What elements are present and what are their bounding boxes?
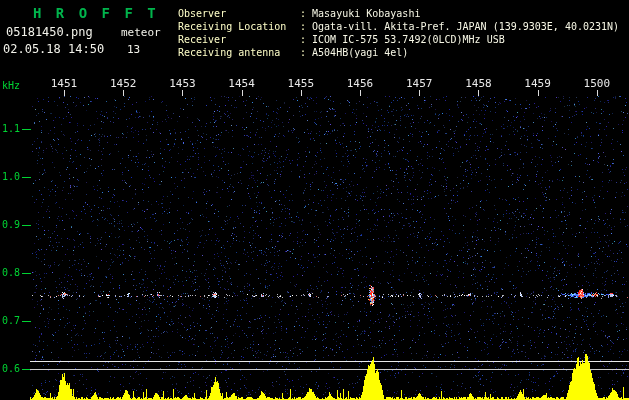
label-colon: : xyxy=(300,34,312,45)
spectrogram-canvas xyxy=(0,0,629,400)
time-tick-label: 1456 xyxy=(347,77,374,90)
info-value: Ogata-vill. Akita-Pref. JAPAN (139.9303E… xyxy=(312,21,619,32)
mode-label: meteor xyxy=(121,26,161,39)
station-info-row: Receiving antenna: A504HB(yagi 4el) xyxy=(178,46,619,59)
info-value: ICOM IC-575 53.7492(0LCD)MHz USB xyxy=(312,34,505,45)
freq-tick-label: 1.1 xyxy=(0,123,20,134)
frequency-axis: 1.11.00.90.80.70.6 xyxy=(0,0,21,400)
time-tick-label: 1457 xyxy=(406,77,433,90)
app-logo: H R O F F T xyxy=(33,5,159,21)
info-label: Receiving antenna xyxy=(178,46,300,59)
info-value: Masayuki Kobayashi xyxy=(312,8,420,19)
time-tick-label: 1452 xyxy=(110,77,137,90)
station-info-row: Receiving Location: Ogata-vill. Akita-Pr… xyxy=(178,20,619,33)
freq-tick-label: 0.8 xyxy=(0,267,20,278)
time-tick-label: 1454 xyxy=(228,77,255,90)
time-axis: 1451145214531454145514561457145814591500 xyxy=(0,77,629,90)
info-label: Receiving Location xyxy=(178,20,300,33)
info-label: Receiver xyxy=(178,33,300,46)
label-colon: : xyxy=(300,8,312,19)
time-tick-label: 1458 xyxy=(465,77,492,90)
freq-tick-label: 0.6 xyxy=(0,363,20,374)
info-value: A504HB(yagi 4el) xyxy=(312,47,408,58)
time-tick-label: 1455 xyxy=(288,77,315,90)
time-tick-label: 1453 xyxy=(169,77,196,90)
time-tick-label: 1451 xyxy=(51,77,78,90)
time-tick-label: 1500 xyxy=(584,77,611,90)
info-label: Observer xyxy=(178,7,300,20)
time-tick-label: 1459 xyxy=(524,77,551,90)
hrofft-screen: H R O F F T 05181450.png meteor 02.05.18… xyxy=(0,0,629,400)
freq-tick-label: 0.9 xyxy=(0,219,20,230)
station-info-row: Observer: Masayuki Kobayashi xyxy=(178,7,619,20)
freq-tick-label: 1.0 xyxy=(0,171,20,182)
label-colon: : xyxy=(300,47,312,58)
station-info: Observer: Masayuki Kobayashi Receiving L… xyxy=(178,7,619,59)
freq-tick-label: 0.7 xyxy=(0,315,20,326)
echo-count: 13 xyxy=(127,43,140,56)
station-info-row: Receiver: ICOM IC-575 53.7492(0LCD)MHz U… xyxy=(178,33,619,46)
label-colon: : xyxy=(300,21,312,32)
